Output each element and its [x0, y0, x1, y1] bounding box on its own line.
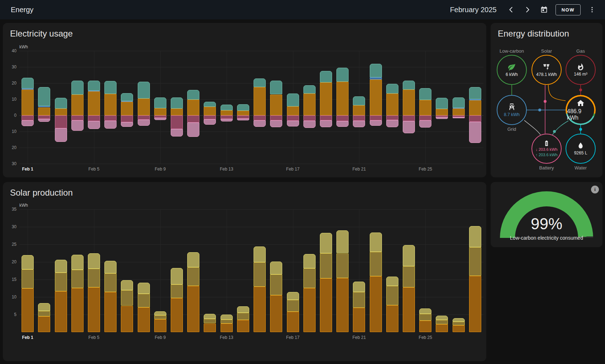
- solar-array-2-bar[interactable]: [187, 267, 199, 286]
- solar-array-3-bar[interactable]: [38, 303, 50, 311]
- battery-discharged-bar[interactable]: [287, 94, 299, 106]
- solar-array-2-bar[interactable]: [88, 269, 100, 287]
- solar-consumed-bar[interactable]: [336, 82, 349, 116]
- solar-consumed-bar[interactable]: [55, 109, 67, 115]
- solar-consumed-bar[interactable]: [403, 90, 415, 115]
- solar-consumed-bar[interactable]: [22, 90, 34, 115]
- solar-consumed-bar[interactable]: [138, 99, 150, 115]
- solar-array-1-bar[interactable]: [254, 287, 266, 332]
- solar-consumed-bar[interactable]: [320, 82, 332, 115]
- solar-array-3-bar[interactable]: [187, 252, 199, 267]
- grid-consumed-bar[interactable]: [88, 91, 100, 91]
- battery-charged-bar[interactable]: [453, 115, 465, 117]
- solar-array-1-bar[interactable]: [121, 306, 133, 332]
- next-period-button[interactable]: [520, 3, 535, 17]
- solar-array-1-bar[interactable]: [453, 325, 465, 332]
- battery-discharged-bar[interactable]: [22, 78, 34, 88]
- solar-production-chart[interactable]: kWh3530252015105Feb 1Feb 5Feb 9Feb 13Feb…: [3, 182, 486, 361]
- battery-discharged-bar[interactable]: [453, 97, 465, 108]
- battery-discharged-bar[interactable]: [254, 78, 266, 87]
- solar-consumed-bar[interactable]: [88, 91, 100, 116]
- solar-array-2-bar[interactable]: [403, 266, 415, 287]
- battery-discharged-bar[interactable]: [270, 81, 282, 95]
- solar-array-3-bar[interactable]: [336, 230, 349, 253]
- solar-consumed-bar[interactable]: [469, 100, 481, 115]
- returned-to-grid-bar[interactable]: [419, 120, 431, 128]
- solar-array-1-bar[interactable]: [221, 324, 233, 332]
- returned-to-grid-bar[interactable]: [453, 117, 465, 119]
- battery-charged-bar[interactable]: [320, 115, 332, 120]
- home-node[interactable]: 486.9 kWh: [566, 95, 596, 125]
- solar-array-2-bar[interactable]: [419, 314, 431, 321]
- battery-charged-bar[interactable]: [254, 115, 266, 120]
- electricity-usage-chart[interactable]: kWh403020100102030Feb 1Feb 5Feb 9Feb 13F…: [3, 23, 486, 177]
- battery-discharged-bar[interactable]: [353, 96, 365, 105]
- returned-to-grid-bar[interactable]: [270, 120, 282, 127]
- returned-to-grid-bar[interactable]: [386, 120, 398, 127]
- solar-array-1-bar[interactable]: [22, 288, 34, 332]
- battery-node[interactable]: ↓ 203.6 kWh ↑ 203.6 kWh: [531, 134, 562, 164]
- returned-to-grid-bar[interactable]: [221, 119, 233, 121]
- solar-array-1-bar[interactable]: [187, 286, 199, 332]
- battery-charged-bar[interactable]: [121, 115, 133, 122]
- solar-array-1-bar[interactable]: [154, 319, 166, 332]
- solar-array-2-bar[interactable]: [204, 319, 216, 324]
- grid-consumed-bar[interactable]: [121, 101, 133, 102]
- battery-charged-bar[interactable]: [38, 115, 50, 119]
- solar-array-3-bar[interactable]: [453, 318, 465, 322]
- solar-node[interactable]: 478.1 kWh: [531, 55, 562, 85]
- battery-discharged-bar[interactable]: [121, 93, 133, 101]
- returned-to-grid-bar[interactable]: [237, 119, 249, 120]
- now-button[interactable]: NOW: [556, 4, 581, 15]
- solar-consumed-bar[interactable]: [204, 107, 216, 115]
- solar-array-1-bar[interactable]: [171, 298, 183, 332]
- returned-to-grid-bar[interactable]: [171, 129, 183, 136]
- solar-array-1-bar[interactable]: [38, 316, 50, 332]
- solar-consumed-bar[interactable]: [171, 109, 183, 115]
- solar-consumed-bar[interactable]: [353, 105, 365, 115]
- battery-discharged-bar[interactable]: [154, 97, 166, 108]
- battery-charged-bar[interactable]: [403, 115, 415, 121]
- battery-discharged-bar[interactable]: [320, 71, 332, 82]
- solar-array-2-bar[interactable]: [270, 274, 282, 295]
- solar-array-3-bar[interactable]: [154, 311, 166, 315]
- solar-array-3-bar[interactable]: [353, 282, 365, 292]
- solar-array-1-bar[interactable]: [204, 324, 216, 332]
- solar-array-1-bar[interactable]: [71, 288, 84, 332]
- solar-consumed-bar[interactable]: [221, 110, 233, 115]
- solar-array-1-bar[interactable]: [370, 276, 382, 332]
- returned-to-grid-bar[interactable]: [254, 120, 266, 127]
- battery-charged-bar[interactable]: [270, 115, 282, 120]
- battery-charged-bar[interactable]: [138, 115, 150, 120]
- battery-charged-bar[interactable]: [303, 115, 316, 121]
- returned-to-grid-bar[interactable]: [55, 128, 67, 142]
- grid-node[interactable]: 8.7 kWh: [497, 95, 527, 125]
- solar-consumed-bar[interactable]: [453, 109, 465, 115]
- solar-array-2-bar[interactable]: [320, 253, 332, 278]
- grid-consumed-bar[interactable]: [22, 88, 34, 90]
- battery-discharged-bar[interactable]: [104, 81, 117, 94]
- solar-array-3-bar[interactable]: [121, 280, 133, 290]
- solar-array-3-bar[interactable]: [419, 308, 431, 314]
- solar-array-2-bar[interactable]: [469, 247, 481, 276]
- solar-array-3-bar[interactable]: [303, 254, 316, 268]
- menu-button[interactable]: [585, 3, 599, 17]
- gas-node[interactable]: 146 m³: [566, 55, 596, 85]
- solar-array-3-bar[interactable]: [436, 316, 448, 320]
- solar-consumed-bar[interactable]: [237, 111, 249, 115]
- solar-array-3-bar[interactable]: [88, 253, 100, 269]
- battery-discharged-bar[interactable]: [386, 84, 398, 94]
- solar-array-2-bar[interactable]: [22, 269, 34, 289]
- solar-consumed-bar[interactable]: [254, 87, 266, 115]
- returned-to-grid-bar[interactable]: [187, 123, 199, 137]
- solar-consumed-bar[interactable]: [187, 100, 199, 115]
- solar-array-2-bar[interactable]: [287, 300, 299, 312]
- solar-array-3-bar[interactable]: [221, 315, 233, 320]
- solar-array-2-bar[interactable]: [121, 290, 133, 306]
- solar-array-1-bar[interactable]: [336, 278, 349, 332]
- battery-charged-bar[interactable]: [386, 115, 398, 120]
- battery-charged-bar[interactable]: [287, 115, 299, 121]
- battery-charged-bar[interactable]: [353, 115, 365, 121]
- solar-array-3-bar[interactable]: [71, 255, 84, 269]
- battery-discharged-bar[interactable]: [88, 81, 100, 91]
